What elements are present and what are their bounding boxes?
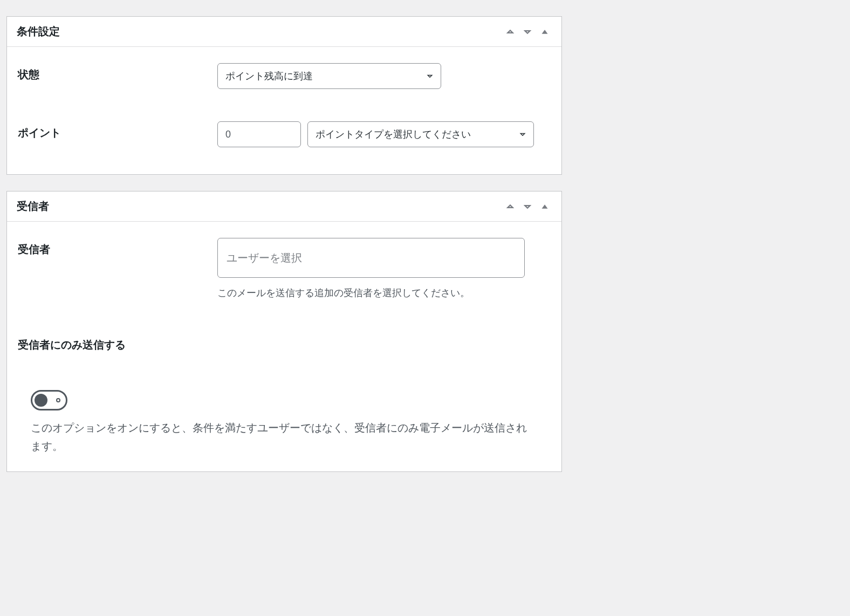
points-row: ポイント ポイントタイプを選択してください bbox=[18, 121, 551, 147]
only-recipients-description: このオプションをオンにすると、条件を満たすユーザーではなく、受信者にのみ電子メー… bbox=[31, 419, 527, 455]
conditions-panel-body: 状態 ポイント残高に到達 ポイント ポイントタイプを選択してください bbox=[7, 47, 561, 174]
collapse-toggle-icon[interactable] bbox=[538, 25, 552, 39]
conditions-panel: 条件設定 状態 ポイント残高に到達 bbox=[6, 16, 562, 175]
toggle-dot bbox=[56, 398, 60, 402]
recipients-panel-body: 受信者 ユーザーを選択 このメールを送信する追加の受信者を選択してください。 受… bbox=[7, 222, 561, 471]
move-down-icon[interactable] bbox=[520, 200, 534, 214]
collapse-toggle-icon[interactable] bbox=[538, 200, 552, 214]
conditions-panel-title: 条件設定 bbox=[17, 24, 60, 39]
status-label: 状態 bbox=[18, 63, 207, 82]
recipient-select[interactable]: ユーザーを選択 bbox=[217, 238, 525, 278]
recipients-panel: 受信者 受信者 ユーザーを選択 このメールを送信する追加の受信者を選択してくださ… bbox=[6, 191, 562, 472]
points-label: ポイント bbox=[18, 121, 207, 140]
status-control: ポイント残高に到達 bbox=[217, 63, 551, 89]
recipients-panel-header: 受信者 bbox=[7, 191, 561, 222]
recipient-row: 受信者 ユーザーを選択 このメールを送信する追加の受信者を選択してください。 bbox=[18, 238, 551, 301]
toggle-knob bbox=[35, 394, 47, 407]
points-input[interactable] bbox=[217, 121, 301, 147]
only-recipients-toggle[interactable] bbox=[31, 390, 67, 410]
status-select[interactable]: ポイント残高に到達 bbox=[217, 63, 441, 89]
recipient-control: ユーザーを選択 このメールを送信する追加の受信者を選択してください。 bbox=[217, 238, 551, 301]
only-recipients-label: 受信者にのみ送信する bbox=[18, 333, 126, 352]
move-down-icon[interactable] bbox=[520, 25, 534, 39]
panel-controls bbox=[503, 200, 552, 214]
recipients-panel-title: 受信者 bbox=[17, 199, 49, 214]
panel-controls bbox=[503, 25, 552, 39]
move-up-icon[interactable] bbox=[503, 200, 517, 214]
only-recipients-toggle-wrap bbox=[31, 390, 67, 410]
point-type-select[interactable]: ポイントタイプを選択してください bbox=[307, 121, 534, 147]
only-recipients-label-row: 受信者にのみ送信する bbox=[18, 333, 551, 352]
recipient-label: 受信者 bbox=[18, 238, 207, 257]
status-select-wrapper: ポイント残高に到達 bbox=[217, 63, 441, 89]
move-up-icon[interactable] bbox=[503, 25, 517, 39]
recipient-placeholder: ユーザーを選択 bbox=[227, 251, 302, 265]
points-control: ポイントタイプを選択してください bbox=[217, 121, 551, 147]
only-recipients-toggle-row: このオプションをオンにすると、条件を満たすユーザーではなく、受信者にのみ電子メー… bbox=[18, 385, 551, 455]
point-type-select-wrapper: ポイントタイプを選択してください bbox=[307, 121, 534, 147]
status-row: 状態 ポイント残高に到達 bbox=[18, 63, 551, 89]
conditions-panel-header: 条件設定 bbox=[7, 17, 561, 47]
recipient-help-text: このメールを送信する追加の受信者を選択してください。 bbox=[217, 285, 551, 301]
